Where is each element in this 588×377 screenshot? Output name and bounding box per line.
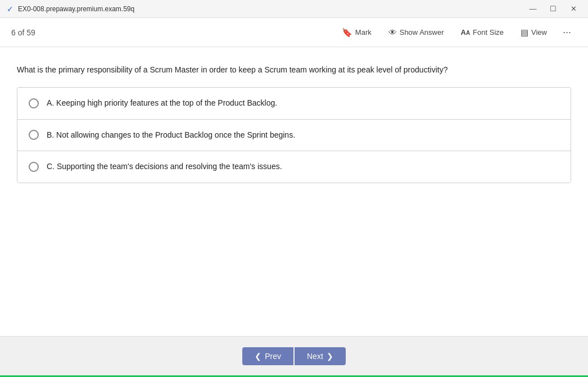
radio-option-1[interactable]	[29, 130, 39, 140]
minimize-button[interactable]: —	[525, 3, 541, 15]
maximize-button[interactable]: ☐	[545, 3, 561, 15]
window-controls: — ☐ ✕	[525, 3, 581, 15]
prev-chevron-icon: ❮	[255, 352, 261, 361]
close-button[interactable]: ✕	[566, 3, 581, 15]
show-answer-label: Show Answer	[400, 28, 444, 37]
toolbar-actions: 🔖 Mark 👁 Show Answer AA Font Size ▤ View…	[335, 23, 577, 42]
option-row[interactable]: A. Keeping high priority features at the…	[17, 88, 571, 120]
next-label: Next	[307, 352, 323, 361]
prev-button[interactable]: ❮ Prev	[242, 347, 293, 365]
option-row[interactable]: C. Supporting the team's decisions and r…	[17, 151, 571, 183]
title-bar-left: ✓ EX0-008.prepaway.premium.exam.59q	[7, 4, 134, 13]
next-button[interactable]: Next ❯	[295, 347, 346, 365]
next-chevron-icon: ❯	[327, 352, 333, 361]
eye-icon: 👁	[388, 28, 397, 37]
view-button[interactable]: ▤ View	[514, 24, 554, 41]
title-bar: ✓ EX0-008.prepaway.premium.exam.59q — ☐ …	[0, 0, 588, 18]
options-container: A. Keeping high priority features at the…	[17, 87, 571, 183]
font-size-label: Font Size	[473, 28, 504, 37]
bookmark-icon: 🔖	[342, 28, 352, 38]
view-label: View	[531, 28, 547, 37]
font-size-button[interactable]: AA Font Size	[454, 25, 510, 40]
mark-button[interactable]: 🔖 Mark	[335, 24, 378, 41]
radio-option-2[interactable]	[29, 162, 39, 172]
progress-indicator: 6 of 59	[11, 28, 35, 37]
content-area: What is the primary responsibility of a …	[0, 47, 588, 336]
option-row[interactable]: B. Not allowing changes to the Product B…	[17, 120, 571, 152]
prev-label: Prev	[265, 352, 281, 361]
footer: ❮ Prev Next ❯	[0, 336, 588, 375]
option-label-0: A. Keeping high priority features at the…	[47, 98, 277, 109]
question-text: What is the primary responsibility of a …	[17, 64, 571, 76]
option-label-1: B. Not allowing changes to the Product B…	[47, 130, 295, 141]
app-title: EX0-008.prepaway.premium.exam.59q	[18, 5, 134, 13]
check-icon: ✓	[7, 4, 13, 13]
font-size-icon: AA	[460, 28, 470, 37]
view-icon: ▤	[521, 28, 528, 38]
radio-option-0[interactable]	[29, 98, 39, 108]
mark-label: Mark	[355, 28, 372, 37]
toolbar: 6 of 59 🔖 Mark 👁 Show Answer AA Font Siz…	[0, 18, 588, 47]
option-label-2: C. Supporting the team's decisions and r…	[47, 161, 282, 172]
more-options-button[interactable]: ···	[557, 23, 577, 42]
show-answer-button[interactable]: 👁 Show Answer	[382, 24, 451, 40]
